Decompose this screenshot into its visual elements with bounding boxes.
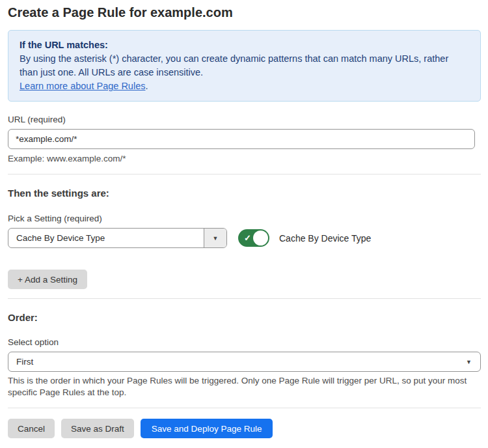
url-input[interactable] <box>8 129 475 149</box>
learn-more-link[interactable]: Learn more about Page Rules <box>20 81 145 91</box>
pick-setting-label: Pick a Setting (required) <box>8 214 481 223</box>
info-box-body: By using the asterisk (*) character, you… <box>20 52 469 79</box>
cache-device-toggle[interactable]: ✓ <box>238 229 269 247</box>
save-deploy-button[interactable]: Save and Deploy Page Rule <box>141 419 273 438</box>
setting-select-value: Cache By Device Type <box>8 229 204 247</box>
divider <box>8 174 481 175</box>
setting-select-arrow-button[interactable]: ▼ <box>204 229 226 247</box>
order-section-heading: Order: <box>8 312 481 323</box>
divider <box>8 298 481 299</box>
settings-section-heading: Then the settings are: <box>8 188 481 199</box>
info-box-heading: If the URL matches: <box>20 38 469 52</box>
setting-select[interactable]: Cache By Device Type ▼ <box>8 228 227 248</box>
chevron-down-icon: ▼ <box>213 235 219 242</box>
order-helper-text: This is the order in which your Page Rul… <box>8 375 481 399</box>
page-rule-form: Create a Page Rule for example.com If th… <box>0 0 488 438</box>
save-draft-button[interactable]: Save as Draft <box>61 419 134 438</box>
info-box-link-line: Learn more about Page Rules. <box>20 79 469 93</box>
page-title: Create a Page Rule for example.com <box>8 5 481 20</box>
cancel-button[interactable]: Cancel <box>8 419 55 438</box>
footer-button-row: Cancel Save as Draft Save and Deploy Pag… <box>8 419 481 438</box>
check-icon: ✓ <box>244 234 251 242</box>
order-select-label: Select option <box>8 337 481 347</box>
url-example-helper: Example: www.example.com/* <box>8 153 481 165</box>
order-select[interactable]: First ▼ <box>8 352 481 372</box>
toggle-label: Cache By Device Type <box>279 233 371 244</box>
url-match-info-box: If the URL matches: By using the asteris… <box>8 30 481 102</box>
toggle-knob <box>253 231 268 245</box>
url-field-label: URL (required) <box>8 115 481 124</box>
setting-row: Cache By Device Type ▼ ✓ Cache By Device… <box>8 228 481 248</box>
divider <box>8 408 481 408</box>
order-select-value: First <box>16 357 33 367</box>
add-setting-button[interactable]: + Add a Setting <box>8 270 87 289</box>
chevron-down-icon: ▼ <box>466 359 472 365</box>
link-suffix: . <box>145 81 148 91</box>
